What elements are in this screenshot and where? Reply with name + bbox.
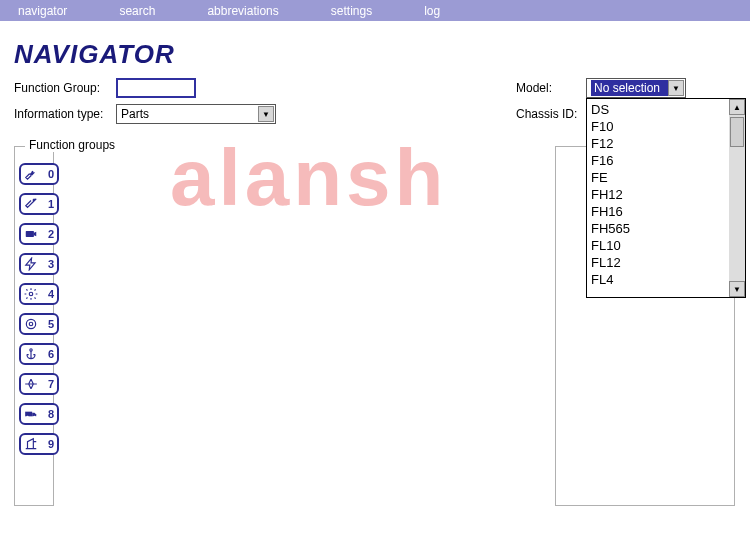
filter-row: Function Group: Model: No selection ▼ DS… — [0, 78, 750, 124]
svg-point-3 — [29, 322, 33, 326]
page-title: NAVIGATOR — [14, 39, 750, 70]
information-type-select[interactable]: Parts ▼ — [116, 104, 276, 124]
model-select[interactable]: No selection ▼ — [586, 78, 686, 98]
chevron-down-icon: ▼ — [258, 106, 274, 122]
function-groups-label: Function groups — [25, 138, 119, 152]
model-select-value: No selection — [591, 80, 668, 96]
group-btn-6[interactable]: 6 — [19, 343, 59, 365]
plane-icon — [24, 377, 38, 391]
nav-log[interactable]: log — [424, 4, 440, 18]
group-btn-7[interactable]: 7 — [19, 373, 59, 395]
nav-navigator[interactable]: navigator — [18, 4, 67, 18]
svg-point-4 — [30, 349, 32, 351]
scroll-down-icon[interactable]: ▼ — [729, 281, 745, 297]
svg-rect-0 — [26, 231, 34, 237]
wrench-icon — [24, 167, 38, 181]
svg-point-1 — [29, 292, 33, 296]
model-option[interactable]: FH565 — [591, 220, 725, 237]
gear-icon — [24, 287, 38, 301]
group-btn-2[interactable]: 2 — [19, 223, 59, 245]
svg-point-2 — [26, 319, 35, 328]
svg-rect-5 — [25, 412, 32, 417]
svg-point-6 — [26, 416, 28, 418]
chevron-down-icon: ▼ — [668, 80, 684, 96]
model-dropdown: DS F10 F12 F16 FE FH12 FH16 FH565 FL10 F… — [586, 98, 746, 298]
function-group-input[interactable] — [116, 78, 196, 98]
model-option[interactable]: FL4 — [591, 271, 725, 288]
model-option[interactable]: F10 — [591, 118, 725, 135]
anchor-icon — [24, 347, 38, 361]
camera-icon — [24, 227, 38, 241]
nav-abbreviations[interactable]: abbreviations — [207, 4, 278, 18]
truck-icon — [24, 407, 38, 421]
model-option[interactable]: FH12 — [591, 186, 725, 203]
group-btn-0[interactable]: 0 — [19, 163, 59, 185]
chassis-id-label: Chassis ID: — [516, 107, 586, 121]
model-option[interactable]: FL12 — [591, 254, 725, 271]
information-type-label: Information type: — [14, 107, 116, 121]
information-type-value: Parts — [121, 107, 149, 121]
crane-icon — [24, 437, 38, 451]
scroll-up-icon[interactable]: ▲ — [729, 99, 745, 115]
model-option[interactable]: DS — [591, 101, 725, 118]
group-btn-8[interactable]: 8 — [19, 403, 59, 425]
group-btn-4[interactable]: 4 — [19, 283, 59, 305]
function-groups-panel: Function groups 0 1 2 3 4 5 6 7 8 9 — [14, 146, 54, 506]
function-group-label: Function Group: — [14, 81, 116, 95]
model-option[interactable]: F12 — [591, 135, 725, 152]
svg-point-7 — [33, 416, 35, 418]
group-btn-5[interactable]: 5 — [19, 313, 59, 335]
spanner-icon — [24, 197, 38, 211]
group-btn-1[interactable]: 1 — [19, 193, 59, 215]
model-option-list: DS F10 F12 F16 FE FH12 FH16 FH565 FL10 F… — [587, 99, 729, 297]
disc-icon — [24, 317, 38, 331]
nav-settings[interactable]: settings — [331, 4, 372, 18]
lightning-icon — [24, 257, 38, 271]
scroll-thumb[interactable] — [730, 117, 744, 147]
model-option[interactable]: F16 — [591, 152, 725, 169]
dropdown-scrollbar[interactable]: ▲ ▼ — [729, 99, 745, 297]
nav-search[interactable]: search — [119, 4, 155, 18]
model-option[interactable]: FH16 — [591, 203, 725, 220]
group-btn-9[interactable]: 9 — [19, 433, 59, 455]
model-option[interactable]: FE — [591, 169, 725, 186]
top-nav: navigator search abbreviations settings … — [0, 0, 750, 21]
group-btn-3[interactable]: 3 — [19, 253, 59, 275]
function-group-icons: 0 1 2 3 4 5 6 7 8 9 — [19, 163, 59, 455]
model-option[interactable]: FL10 — [591, 237, 725, 254]
model-label: Model: — [516, 81, 586, 95]
